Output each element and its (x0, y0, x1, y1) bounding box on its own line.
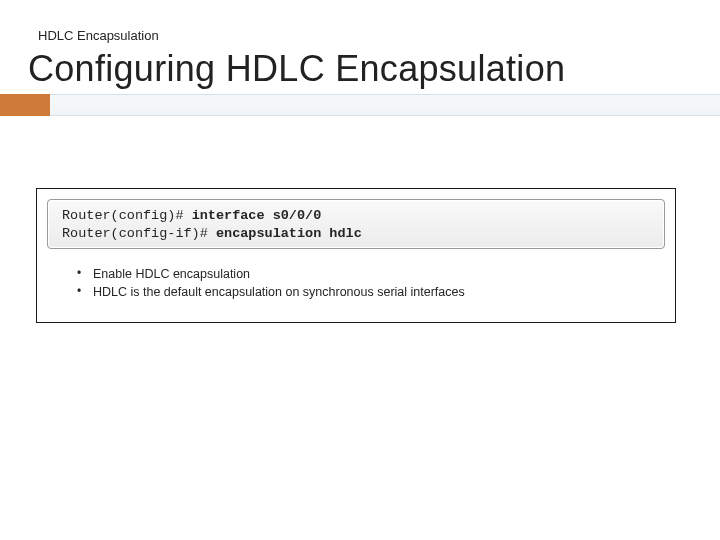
notes-list: Enable HDLC encapsulation HDLC is the de… (77, 265, 655, 301)
content-panel: Router(config)# interface s0/0/0 Router(… (36, 188, 676, 323)
list-item: HDLC is the default encapsulation on syn… (77, 283, 655, 301)
cli-code-box: Router(config)# interface s0/0/0 Router(… (47, 199, 665, 249)
accent-rule (50, 94, 720, 116)
cli-line-2: Router(config-if)# encapsulation hdlc (62, 225, 650, 243)
cli-command: encapsulation hdlc (216, 226, 362, 241)
accent-block (0, 94, 50, 116)
list-item: Enable HDLC encapsulation (77, 265, 655, 283)
page-title: Configuring HDLC Encapsulation (28, 48, 565, 90)
section-eyebrow: HDLC Encapsulation (38, 28, 159, 43)
cli-line-1: Router(config)# interface s0/0/0 (62, 207, 650, 225)
cli-prompt: Router(config)# (62, 208, 192, 223)
cli-prompt: Router(config-if)# (62, 226, 216, 241)
cli-command: interface s0/0/0 (192, 208, 322, 223)
